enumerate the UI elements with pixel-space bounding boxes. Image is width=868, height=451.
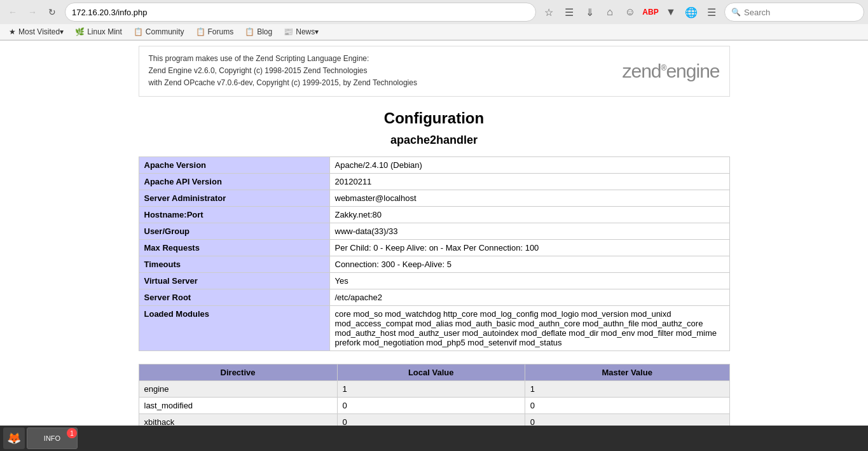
bookmark-blog[interactable]: 📋 Blog bbox=[240, 26, 277, 38]
directive-master: 1 bbox=[525, 380, 729, 397]
zend-text: This program makes use of the Zend Scrip… bbox=[149, 53, 417, 90]
nav-buttons: ← → ↻ bbox=[4, 3, 61, 21]
news-icon: 📰 bbox=[284, 27, 293, 36]
config-table-row: TimeoutsConnection: 300 - Keep-Alive: 5 bbox=[139, 256, 729, 272]
directive-master: 0 bbox=[525, 397, 729, 413]
bookmarks-bar: ★ Most Visited ▾ 🌿 Linux Mint 📋 Communit… bbox=[0, 24, 868, 40]
menu-button[interactable]: ☰ bbox=[703, 3, 720, 21]
search-bar-container: 🔍 bbox=[724, 3, 864, 22]
dropdown-button[interactable]: ▼ bbox=[662, 3, 680, 21]
address-bar[interactable] bbox=[72, 8, 529, 17]
config-label: Apache Version bbox=[139, 156, 329, 173]
config-table-row: Hostname:PortZakky.net:80 bbox=[139, 206, 729, 223]
config-value: Connection: 300 - Keep-Alive: 5 bbox=[329, 256, 729, 272]
directive-name: last_modified bbox=[139, 397, 337, 413]
config-table-row: Server Administratorwebmaster@localhost bbox=[139, 190, 729, 206]
taskbar-window-label: INFO bbox=[44, 434, 60, 442]
bookmark-forums[interactable]: 📋 Forums bbox=[191, 26, 239, 38]
bookmark-news[interactable]: 📰 News ▾ bbox=[279, 26, 324, 38]
config-value: www-data(33)/33 bbox=[329, 223, 729, 239]
config-label: Server Root bbox=[139, 289, 329, 305]
toolbar-icons: ☆ ☰ ⇓ ⌂ ☺ ABP ▼ 🌐 ☰ bbox=[540, 3, 720, 21]
linux-mint-icon: 🌿 bbox=[75, 27, 85, 36]
community-icon: 📋 bbox=[134, 27, 143, 36]
config-table-row: Server Root/etc/apache2 bbox=[139, 289, 729, 305]
config-value: Apache/2.4.10 (Debian) bbox=[329, 156, 729, 173]
directive-name: engine bbox=[139, 380, 337, 397]
content-area: This program makes use of the Zend Scrip… bbox=[132, 46, 736, 451]
search-input[interactable] bbox=[744, 8, 857, 17]
bookmark-star-button[interactable]: ☆ bbox=[540, 3, 558, 21]
reader-view-button[interactable]: ☰ bbox=[560, 3, 578, 21]
config-value: Zakky.net:80 bbox=[329, 206, 729, 223]
config-value: Per Child: 0 - Keep Alive: on - Max Per … bbox=[329, 239, 729, 256]
search-icon: 🔍 bbox=[731, 8, 741, 17]
config-title: Configuration bbox=[139, 109, 730, 127]
refresh-button[interactable]: ↻ bbox=[43, 3, 61, 21]
directive-table-row: engine11 bbox=[139, 380, 729, 397]
abp-button[interactable]: ABP bbox=[642, 3, 659, 21]
config-label: Server Administrator bbox=[139, 190, 329, 206]
browser-chrome: ← → ↻ ☆ ☰ ⇓ ⌂ ☺ ABP ▼ 🌐 ☰ 🔍 ★ Most Visit… bbox=[0, 0, 868, 41]
bookmark-linux-mint[interactable]: 🌿 Linux Mint bbox=[70, 26, 127, 38]
home-button[interactable]: ⌂ bbox=[601, 3, 619, 21]
page-content: This program makes use of the Zend Scrip… bbox=[0, 41, 868, 451]
directive-table-row: last_modified00 bbox=[139, 397, 729, 413]
blog-icon: 📋 bbox=[245, 27, 254, 36]
config-value: 20120211 bbox=[329, 173, 729, 190]
bookmark-community[interactable]: 📋 Community bbox=[128, 26, 189, 38]
taskbar-badge: 1 bbox=[67, 428, 77, 438]
browser-toolbar: ← → ↻ ☆ ☰ ⇓ ⌂ ☺ ABP ▼ 🌐 ☰ 🔍 bbox=[0, 0, 868, 24]
config-value: webmaster@localhost bbox=[329, 190, 729, 206]
config-label: Loaded Modules bbox=[139, 305, 329, 350]
back-button[interactable]: ← bbox=[4, 3, 22, 21]
config-label: Hostname:Port bbox=[139, 206, 329, 223]
bookmark-most-visited[interactable]: ★ Most Visited ▾ bbox=[4, 26, 69, 38]
taskbar-window[interactable]: INFO 1 bbox=[27, 427, 78, 449]
smiley-button[interactable]: ☺ bbox=[621, 3, 639, 21]
local-value-col-header: Local Value bbox=[337, 364, 525, 380]
zend-banner: This program makes use of the Zend Scrip… bbox=[139, 46, 730, 97]
config-table-row: Apache API Version20120211 bbox=[139, 173, 729, 190]
download-button[interactable]: ⇓ bbox=[581, 3, 598, 21]
directive-local: 1 bbox=[337, 380, 525, 397]
config-value: /etc/apache2 bbox=[329, 289, 729, 305]
config-label: Virtual Server bbox=[139, 272, 329, 289]
forward-button[interactable]: → bbox=[24, 3, 41, 21]
config-label: Timeouts bbox=[139, 256, 329, 272]
config-label: User/Group bbox=[139, 223, 329, 239]
config-value: Yes bbox=[329, 272, 729, 289]
directive-local: 0 bbox=[337, 397, 525, 413]
handler-title: apache2handler bbox=[139, 134, 730, 147]
directive-col-header: Directive bbox=[139, 364, 337, 380]
directive-table: Directive Local Value Master Value engin… bbox=[139, 364, 730, 431]
config-value: core mod_so mod_watchdog http_core mod_l… bbox=[329, 305, 729, 350]
config-table-row: Loaded Modulescore mod_so mod_watchdog h… bbox=[139, 305, 729, 350]
config-table-row: Max RequestsPer Child: 0 - Keep Alive: o… bbox=[139, 239, 729, 256]
globe-button[interactable]: 🌐 bbox=[682, 3, 700, 21]
config-table-row: User/Groupwww-data(33)/33 bbox=[139, 223, 729, 239]
config-table-row: Apache VersionApache/2.4.10 (Debian) bbox=[139, 156, 729, 173]
config-table: Apache VersionApache/2.4.10 (Debian)Apac… bbox=[139, 156, 730, 351]
address-bar-container bbox=[65, 3, 536, 22]
config-label: Apache API Version bbox=[139, 173, 329, 190]
most-visited-icon: ★ bbox=[9, 27, 16, 36]
forums-icon: 📋 bbox=[196, 27, 205, 36]
config-label: Max Requests bbox=[139, 239, 329, 256]
firefox-taskbar-btn[interactable]: 🦊 bbox=[3, 427, 25, 449]
taskbar: 🦊 INFO 1 bbox=[0, 426, 868, 451]
zend-logo: zend®engine bbox=[623, 59, 720, 83]
config-table-row: Virtual ServerYes bbox=[139, 272, 729, 289]
master-value-col-header: Master Value bbox=[525, 364, 729, 380]
